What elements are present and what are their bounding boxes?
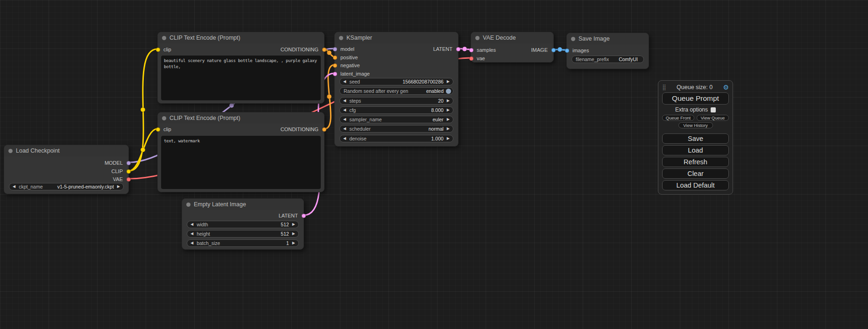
collapse-dot-icon[interactable] — [339, 36, 343, 40]
clip-slot-dot[interactable] — [156, 48, 160, 52]
conditioning-slot-dot[interactable] — [333, 63, 337, 68]
node-title-bar[interactable]: Load Checkpoint — [4, 145, 128, 156]
node-empty-latent-image[interactable]: Empty Latent Image LATENT ◀ width 512 ▶ … — [182, 198, 304, 250]
latent-slot-dot[interactable] — [469, 48, 473, 52]
decrement-arrow-icon[interactable]: ◀ — [343, 108, 346, 112]
node-title-bar[interactable]: CLIP Text Encode (Prompt) — [158, 32, 324, 43]
width-widget[interactable]: ◀ width 512 ▶ — [187, 221, 299, 228]
increment-arrow-icon[interactable]: ▶ — [292, 241, 295, 245]
seed-widget[interactable]: ◀ seed 156680208700286 ▶ — [339, 78, 453, 85]
queue-prompt-button[interactable]: Queue Prompt — [662, 92, 729, 105]
increment-arrow-icon[interactable]: ▶ — [292, 232, 295, 236]
view-history-button[interactable]: View History — [678, 122, 713, 128]
latent-slot-dot[interactable] — [456, 47, 460, 51]
cfg-widget[interactable]: ◀ cfg 8.000 ▶ — [339, 106, 453, 114]
slot-label: clip — [163, 47, 171, 52]
decrement-arrow-icon[interactable]: ◀ — [191, 241, 193, 245]
height-widget[interactable]: ◀ height 512 ▶ — [187, 230, 299, 238]
decrement-arrow-icon[interactable]: ◀ — [343, 80, 346, 84]
negative-prompt-textarea[interactable]: text, watermark — [161, 136, 321, 189]
collapse-dot-icon[interactable] — [571, 37, 575, 41]
input-slot-samples: samples — [471, 46, 496, 54]
load-button[interactable]: Load — [662, 145, 729, 155]
decrement-arrow-icon[interactable]: ◀ — [343, 137, 346, 140]
widget-value: 1 — [286, 240, 289, 246]
sampler-name-widget[interactable]: ◀ sampler_name euler ▶ — [339, 116, 453, 123]
node-title: CLIP Text Encode (Prompt) — [169, 115, 240, 121]
queue-front-button[interactable]: Queue Front — [662, 115, 694, 121]
slot-label: CLIP — [112, 168, 123, 174]
collapse-dot-icon[interactable] — [162, 116, 166, 120]
input-slot-model: model — [335, 45, 354, 53]
collapse-dot-icon[interactable] — [186, 203, 191, 207]
image-slot-dot[interactable] — [551, 48, 556, 52]
widget-value: 1.000 — [431, 136, 444, 141]
collapse-dot-icon[interactable] — [162, 36, 166, 40]
next-value-arrow-icon[interactable]: ▶ — [447, 118, 450, 121]
image-slot-dot[interactable] — [565, 49, 569, 53]
view-queue-button[interactable]: View Queue — [697, 115, 729, 121]
conditioning-slot-dot[interactable] — [322, 48, 326, 52]
model-slot-dot[interactable] — [333, 47, 337, 51]
increment-arrow-icon[interactable]: ▶ — [447, 99, 450, 103]
node-title-bar[interactable]: VAE Decode — [471, 32, 553, 43]
random-seed-toggle-widget[interactable]: Random seed after every gen enabled — [339, 87, 453, 95]
prev-value-arrow-icon[interactable]: ◀ — [343, 127, 346, 131]
increment-arrow-icon[interactable]: ▶ — [447, 80, 450, 84]
node-title-bar[interactable]: CLIP Text Encode (Prompt) — [158, 112, 324, 124]
collapse-dot-icon[interactable] — [475, 36, 480, 40]
drag-handle-icon[interactable]: ⣿ — [662, 84, 666, 91]
refresh-button[interactable]: Refresh — [662, 157, 729, 167]
node-ksampler[interactable]: KSampler model positive negative latent_… — [334, 32, 459, 147]
extra-options-checkbox[interactable] — [711, 107, 716, 112]
increment-arrow-icon[interactable]: ▶ — [292, 223, 295, 226]
node-load-checkpoint[interactable]: Load Checkpoint MODEL CLIP VAE ◀ ckpt_na… — [4, 145, 129, 194]
clear-button[interactable]: Clear — [662, 168, 729, 179]
node-title: Save Image — [579, 35, 610, 42]
node-title-bar[interactable]: Empty Latent Image — [182, 199, 303, 210]
node-title-bar[interactable]: KSampler — [335, 32, 458, 43]
latent-slot-dot[interactable] — [302, 214, 306, 218]
filename-prefix-widget[interactable]: filename_prefix ComfyUI — [572, 56, 644, 63]
node-save-image[interactable]: Save Image images filename_prefix ComfyU… — [566, 33, 649, 69]
slot-label: CONDITIONING — [281, 126, 318, 132]
clip-slot-dot[interactable] — [156, 127, 160, 132]
save-button[interactable]: Save — [662, 133, 729, 144]
node-vae-decode[interactable]: VAE Decode samples vae IMAGE — [471, 32, 554, 63]
output-slot-conditioning: CONDITIONING — [281, 126, 324, 133]
positive-prompt-textarea[interactable]: beautiful scenery nature glass bottle la… — [161, 56, 321, 100]
steps-widget[interactable]: ◀ steps 20 ▶ — [339, 97, 453, 105]
ckpt-name-widget[interactable]: ◀ ckpt_name v1-5-pruned-emaonly.ckpt ▶ — [9, 183, 124, 190]
toggle-knob[interactable] — [446, 89, 451, 94]
next-value-arrow-icon[interactable]: ▶ — [117, 185, 120, 189]
batch-size-widget[interactable]: ◀ batch_size 1 ▶ — [187, 239, 299, 247]
latent-slot-dot[interactable] — [333, 72, 337, 76]
conditioning-slot-dot[interactable] — [322, 127, 326, 132]
slot-label: IMAGE — [531, 47, 548, 53]
increment-arrow-icon[interactable]: ▶ — [447, 108, 450, 112]
conditioning-slot-dot[interactable] — [333, 56, 337, 60]
widget-label: width — [197, 222, 208, 227]
node-clip-text-encode-positive[interactable]: CLIP Text Encode (Prompt) clip CONDITION… — [157, 32, 325, 104]
node-title: KSampler — [346, 35, 372, 41]
load-default-button[interactable]: Load Default — [662, 180, 729, 190]
vae-slot-dot[interactable] — [127, 177, 131, 182]
scheduler-widget[interactable]: ◀ scheduler normal ▶ — [339, 125, 453, 133]
output-slot-model: MODEL — [105, 159, 128, 167]
collapse-dot-icon[interactable] — [8, 149, 13, 153]
model-slot-dot[interactable] — [127, 161, 131, 165]
prev-value-arrow-icon[interactable]: ◀ — [343, 118, 346, 121]
next-value-arrow-icon[interactable]: ▶ — [447, 127, 450, 131]
clip-slot-dot[interactable] — [127, 169, 131, 174]
prev-value-arrow-icon[interactable]: ◀ — [13, 185, 15, 189]
widget-value: euler — [432, 117, 443, 122]
node-title-bar[interactable]: Save Image — [567, 33, 649, 44]
decrement-arrow-icon[interactable]: ◀ — [191, 232, 193, 236]
decrement-arrow-icon[interactable]: ◀ — [343, 99, 346, 103]
node-clip-text-encode-negative[interactable]: CLIP Text Encode (Prompt) clip CONDITION… — [157, 112, 325, 192]
denoise-widget[interactable]: ◀ denoise 1.000 ▶ — [339, 135, 453, 142]
decrement-arrow-icon[interactable]: ◀ — [191, 223, 193, 226]
increment-arrow-icon[interactable]: ▶ — [447, 137, 450, 140]
vae-slot-dot[interactable] — [469, 56, 473, 61]
settings-gear-icon[interactable]: ⚙ — [723, 84, 729, 91]
